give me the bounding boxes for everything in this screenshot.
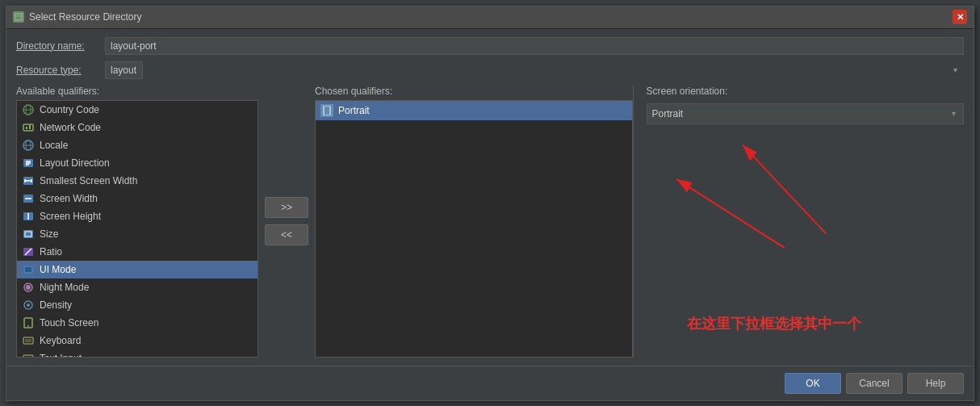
- svg-rect-0: [15, 14, 22, 20]
- qualifier-item-country-code[interactable]: Country Code: [17, 101, 258, 119]
- svg-text:T: T: [25, 356, 29, 358]
- qualifier-item-density[interactable]: Density: [17, 296, 258, 314]
- network-code-icon: [22, 121, 35, 134]
- svg-rect-35: [23, 337, 33, 344]
- annotation-text: 在这里下拉框选择其中一个: [687, 314, 861, 333]
- resource-type-select[interactable]: layout: [105, 61, 143, 79]
- keyboard-label: Keyboard: [40, 335, 81, 346]
- touch-screen-icon: [22, 316, 35, 329]
- ratio-label: Ratio: [40, 246, 62, 257]
- svg-line-44: [742, 144, 826, 234]
- size-icon: [22, 228, 35, 241]
- ok-button[interactable]: OK: [785, 373, 841, 394]
- directory-name-row: Directory name:: [16, 37, 964, 55]
- svg-rect-28: [25, 267, 31, 272]
- dialog-title: Select Resource Directory: [29, 11, 953, 23]
- svg-point-30: [26, 285, 31, 290]
- help-button[interactable]: Help: [907, 373, 964, 394]
- screen-orientation-label: Screen orientation:: [647, 86, 965, 97]
- directory-name-input[interactable]: [105, 37, 964, 55]
- qualifier-item-ui-mode[interactable]: UI Mode: [17, 261, 258, 278]
- text-input-label: Text Input: [40, 353, 82, 358]
- chosen-qualifiers-panel: Chosen qualifiers: Portrait: [315, 86, 634, 358]
- dialog-window: Select Resource Directory ✕ Directory na…: [6, 6, 974, 401]
- smallest-screen-width-icon: [22, 174, 35, 187]
- title-bar: Select Resource Directory ✕: [6, 6, 974, 29]
- qualifier-item-text-input[interactable]: T Text Input: [17, 349, 258, 358]
- keyboard-icon: [22, 334, 35, 347]
- screen-orientation-select[interactable]: Portrait Landscape Square undefined: [647, 103, 965, 124]
- screen-width-label: Screen Width: [40, 193, 98, 204]
- screen-height-label: Screen Height: [40, 211, 101, 222]
- night-mode-icon: [22, 281, 35, 294]
- qualifier-item-layout-direction[interactable]: Layout Direction: [17, 154, 258, 172]
- qualifier-item-ratio[interactable]: Ratio: [17, 243, 258, 261]
- qualifier-item-touch-screen[interactable]: Touch Screen: [17, 314, 258, 332]
- close-button[interactable]: ✕: [953, 10, 967, 24]
- text-input-icon: T: [22, 352, 35, 358]
- qualifier-item-network-code[interactable]: Network Code: [17, 119, 258, 136]
- qualifier-item-night-mode[interactable]: Night Mode: [17, 278, 258, 296]
- qualifier-item-screen-height[interactable]: Screen Height: [17, 207, 258, 225]
- chosen-item-portrait-label: Portrait: [338, 105, 370, 116]
- svg-rect-40: [324, 106, 330, 115]
- locale-icon: [22, 139, 35, 152]
- remove-qualifier-button[interactable]: <<: [265, 224, 308, 245]
- country-code-label: Country Code: [40, 104, 99, 115]
- screen-orientation-select-wrapper: Portrait Landscape Square undefined: [647, 103, 965, 124]
- qualifier-item-locale[interactable]: Locale: [17, 136, 258, 154]
- svg-rect-5: [23, 124, 33, 131]
- ui-mode-label: UI Mode: [40, 264, 76, 275]
- cancel-button[interactable]: Cancel: [846, 373, 903, 394]
- app-icon: [13, 11, 24, 23]
- svg-rect-6: [26, 127, 27, 129]
- qualifier-list[interactable]: Country Code Network Code Locale: [16, 100, 258, 358]
- network-code-label: Network Code: [40, 122, 101, 133]
- directory-name-label[interactable]: Directory name:: [16, 40, 105, 52]
- layout-direction-icon: [22, 157, 35, 170]
- country-code-icon: [22, 103, 35, 116]
- svg-point-32: [27, 303, 30, 307]
- chosen-item-portrait[interactable]: Portrait: [316, 101, 632, 120]
- portrait-icon: [320, 104, 333, 117]
- resource-type-wrapper: layout: [105, 61, 964, 79]
- resource-type-row: Resource type: layout: [16, 61, 964, 79]
- svg-point-34: [27, 325, 29, 327]
- touch-screen-label: Touch Screen: [40, 317, 98, 329]
- size-label: Size: [40, 228, 58, 240]
- qualifier-item-screen-width[interactable]: Screen Width: [17, 190, 258, 207]
- screen-orientation-panel: Screen orientation: Portrait Landscape S…: [634, 86, 965, 358]
- resource-type-label[interactable]: Resource type:: [16, 65, 105, 76]
- density-icon: [22, 299, 35, 312]
- svg-line-43: [676, 179, 785, 248]
- locale-label: Locale: [40, 140, 68, 151]
- ui-mode-icon: [22, 263, 35, 276]
- qualifier-controls: >> <<: [258, 86, 315, 358]
- chosen-list[interactable]: Portrait: [315, 100, 633, 358]
- chosen-qualifiers-label: Chosen qualifiers:: [315, 86, 633, 97]
- main-area: Available qualifiers: Country Code Netwo…: [16, 86, 964, 358]
- qualifier-item-keyboard[interactable]: Keyboard: [17, 332, 258, 349]
- add-qualifier-button[interactable]: >>: [265, 197, 308, 218]
- qualifier-item-size[interactable]: Size: [17, 225, 258, 243]
- qualifier-item-smallest-screen-width[interactable]: Smallest Screen Width: [17, 172, 258, 190]
- screen-width-icon: [22, 192, 35, 205]
- svg-rect-7: [29, 125, 31, 129]
- layout-direction-label: Layout Direction: [40, 157, 110, 169]
- dialog-body: Directory name: Resource type: layout Av…: [6, 29, 974, 366]
- bottom-bar: OK Cancel Help: [6, 366, 974, 400]
- night-mode-label: Night Mode: [40, 282, 89, 293]
- available-qualifiers-label: Available qualifiers:: [16, 86, 258, 97]
- screen-height-icon: [22, 210, 35, 223]
- smallest-screen-width-label: Smallest Screen Width: [40, 175, 137, 186]
- ratio-icon: [22, 245, 35, 258]
- density-label: Density: [40, 299, 72, 311]
- available-qualifiers-panel: Available qualifiers: Country Code Netwo…: [16, 86, 258, 358]
